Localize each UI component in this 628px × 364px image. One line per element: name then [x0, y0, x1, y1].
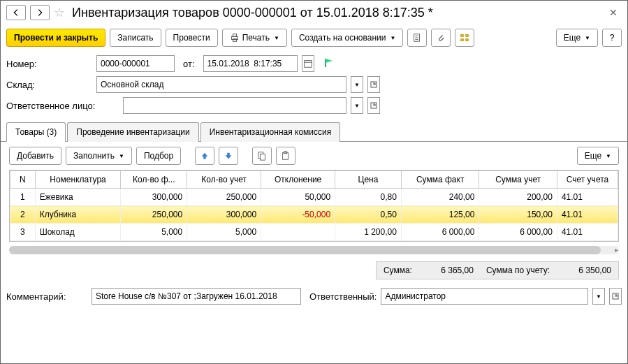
- cell-n[interactable]: 2: [10, 206, 36, 224]
- move-down-button[interactable]: [219, 147, 238, 165]
- cell-price[interactable]: 0,50: [335, 206, 402, 224]
- cell-qty-fact[interactable]: 5,000: [121, 224, 187, 241]
- table-row[interactable]: 1Ежевика300,000250,00050,0000,80240,0020…: [10, 189, 618, 206]
- cell-n[interactable]: 1: [10, 189, 36, 206]
- goods-table[interactable]: N Номенклатура Кол-во ф... Кол-во учет О…: [10, 170, 618, 241]
- responsible-dropdown-button[interactable]: ▼: [351, 97, 363, 114]
- cell-sum-fact[interactable]: 6 000,00: [401, 224, 479, 241]
- cell-nomenclature[interactable]: Шоколад: [35, 224, 121, 241]
- cell-n[interactable]: 3: [10, 224, 36, 241]
- warehouse-input[interactable]: [96, 76, 346, 93]
- open-icon: [370, 102, 377, 109]
- paste-button[interactable]: [276, 147, 295, 165]
- open-icon: [612, 293, 619, 300]
- close-button[interactable]: ✕: [605, 7, 622, 18]
- process-close-button[interactable]: Провести и закрыть: [6, 29, 105, 47]
- more-label: Еще: [564, 33, 580, 43]
- cell-qty-fact[interactable]: 250,000: [121, 206, 187, 224]
- cell-nomenclature[interactable]: Клубника: [35, 206, 121, 224]
- col-qty-fact[interactable]: Кол-во ф...: [121, 171, 187, 189]
- tab-commission[interactable]: Инвентаризационная комиссия: [200, 122, 341, 142]
- col-sum-fact[interactable]: Сумма факт: [401, 171, 479, 189]
- pick-button[interactable]: Подбор: [136, 147, 181, 165]
- scrollbar-arrow-right-icon: ▸: [615, 246, 618, 254]
- structure-button[interactable]: [455, 29, 474, 47]
- number-label: Номер:: [6, 59, 92, 69]
- warehouse-open-button[interactable]: [367, 76, 380, 93]
- tab-goods[interactable]: Товары (3): [6, 122, 66, 142]
- cell-qty-acc[interactable]: 5,000: [187, 224, 261, 241]
- cell-price[interactable]: 1 200,00: [335, 224, 402, 241]
- date-input[interactable]: [203, 55, 298, 72]
- col-sum-acc[interactable]: Сумма учет: [479, 171, 557, 189]
- cell-sum-fact[interactable]: 240,00: [401, 189, 479, 206]
- responsible-input[interactable]: [123, 97, 346, 114]
- approve-icon-wrap[interactable]: [324, 57, 335, 71]
- svg-rect-1: [233, 34, 236, 37]
- cell-nomenclature[interactable]: Ежевика: [35, 189, 121, 206]
- cell-account[interactable]: 41.01: [557, 224, 618, 241]
- col-nomenclature[interactable]: Номенклатура: [35, 171, 121, 189]
- report-button[interactable]: [407, 29, 427, 47]
- cell-sum-acc[interactable]: 6 000,00: [479, 224, 557, 241]
- bottom-responsible-label: Ответственный:: [309, 291, 377, 302]
- cell-delta[interactable]: [261, 224, 335, 241]
- bottom-responsible-dropdown[interactable]: ▼: [592, 288, 605, 305]
- cell-sum-acc[interactable]: 200,00: [479, 189, 557, 206]
- cell-sum-fact[interactable]: 125,00: [401, 206, 479, 224]
- col-delta[interactable]: Отклонение: [261, 171, 335, 189]
- nav-forward-button[interactable]: [30, 5, 50, 20]
- cell-qty-acc[interactable]: 300,000: [187, 206, 261, 224]
- table-row[interactable]: 3Шоколад5,0005,0001 200,006 000,006 000,…: [10, 224, 618, 241]
- table-more-button[interactable]: Еще ▼: [577, 147, 619, 165]
- col-account[interactable]: Счет учета: [557, 171, 618, 189]
- move-up-button[interactable]: [195, 147, 214, 165]
- document-icon: [412, 33, 422, 43]
- calendar-icon: [303, 59, 313, 68]
- cell-account[interactable]: 41.01: [557, 206, 618, 224]
- bottom-responsible-open[interactable]: [609, 288, 622, 305]
- tab-inventory-process[interactable]: Проведение инвентаризации: [67, 122, 198, 142]
- cell-delta[interactable]: -50,000: [261, 206, 335, 224]
- number-input[interactable]: [96, 55, 175, 72]
- help-button[interactable]: ?: [602, 29, 622, 47]
- cell-qty-acc[interactable]: 250,000: [187, 189, 261, 206]
- cell-qty-fact[interactable]: 300,000: [121, 189, 187, 206]
- comment-label: Комментарий:: [6, 291, 87, 302]
- cell-account[interactable]: 41.01: [557, 189, 618, 206]
- copy-button[interactable]: [252, 147, 272, 165]
- attach-button[interactable]: [431, 29, 451, 47]
- sum-acc-label: Сумма по учету:: [486, 265, 550, 275]
- calendar-button[interactable]: [302, 55, 314, 72]
- add-row-button[interactable]: Добавить: [9, 147, 61, 165]
- col-price[interactable]: Цена: [335, 171, 402, 189]
- responsible-open-button[interactable]: [367, 97, 380, 114]
- write-button[interactable]: Записать: [110, 29, 161, 47]
- chevron-down-icon: ▼: [585, 35, 590, 41]
- process-button[interactable]: Провести: [166, 29, 218, 47]
- favorite-star-icon[interactable]: ☆: [54, 5, 65, 20]
- comment-input[interactable]: [92, 288, 301, 305]
- scrollbar-thumb[interactable]: [9, 246, 601, 254]
- paste-icon: [281, 151, 291, 161]
- chevron-down-icon: ▼: [390, 35, 395, 41]
- warehouse-dropdown-button[interactable]: ▼: [351, 76, 363, 93]
- cell-delta[interactable]: 50,000: [261, 189, 335, 206]
- more-button[interactable]: Еще ▼: [556, 29, 598, 47]
- bottom-responsible-input[interactable]: [381, 288, 588, 305]
- paperclip-icon: [436, 33, 446, 43]
- create-based-button[interactable]: Создать на основании ▼: [291, 29, 403, 47]
- nav-back-button[interactable]: [6, 5, 26, 20]
- arrow-up-icon: [200, 151, 210, 161]
- page-title: Инвентаризация товаров 0000-000001 от 15…: [72, 6, 601, 20]
- col-n[interactable]: N: [10, 171, 36, 189]
- cell-price[interactable]: 0,80: [335, 189, 402, 206]
- print-button[interactable]: Печать ▼: [222, 29, 287, 47]
- table-more-label: Еще: [585, 151, 601, 161]
- sum-label: Сумма:: [384, 265, 412, 275]
- table-row[interactable]: 2Клубника250,000300,000-50,0000,50125,00…: [10, 206, 618, 224]
- horizontal-scrollbar[interactable]: ▸: [9, 246, 619, 254]
- cell-sum-acc[interactable]: 150,00: [479, 206, 557, 224]
- fill-button[interactable]: Заполнить ▼: [66, 147, 132, 165]
- col-qty-acc[interactable]: Кол-во учет: [187, 171, 261, 189]
